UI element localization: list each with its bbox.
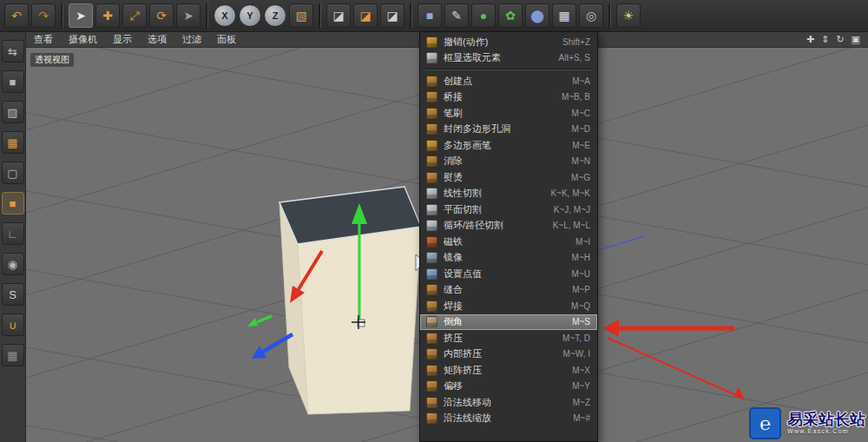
menu-item-close-polygon-hole[interactable]: 封闭多边形孔洞M~D <box>420 122 597 138</box>
bridge-icon <box>426 91 437 102</box>
menu-item-dissolve[interactable]: 消除M~N <box>420 154 597 170</box>
render-to-picture-viewer-icon[interactable]: ◪ <box>353 3 378 28</box>
texture-mode-icon[interactable]: ▨ <box>2 101 24 123</box>
left-tool-sidebar: ⇆■▨▦▢■∟◉S∪▦ <box>0 32 26 442</box>
scale-icon[interactable]: ⤢ <box>122 3 147 28</box>
menu-item-magnet[interactable]: 磁铁M~I <box>420 234 597 250</box>
menu-item-loop-path-cut[interactable]: 循环/路径切割K~L, M~L <box>420 218 597 234</box>
viewport-solo-icon[interactable]: ◉ <box>2 253 24 275</box>
menu-item-label: 熨烫 <box>444 171 565 184</box>
menu-item-frame-selected-elements[interactable]: 框显选取元素Alt+S, S <box>420 50 597 67</box>
lock-y-axis-icon[interactable]: Y <box>239 4 261 27</box>
viewport-menu-item[interactable]: 选项 <box>140 33 174 46</box>
magnet-snap-icon[interactable]: ∪ <box>2 313 24 336</box>
menu-item-shortcut: M~H <box>572 253 590 262</box>
menu-item-shortcut: M~Z <box>573 398 590 407</box>
viewport-menu-item[interactable]: 过滤 <box>174 33 209 46</box>
menu-item-bevel[interactable]: 倒角M~S <box>420 314 597 331</box>
pan-view-icon[interactable]: ✚ <box>806 34 814 45</box>
viewport-menu-item[interactable]: 面板 <box>209 33 244 46</box>
menu-item-matrix-extrude[interactable]: 矩阵挤压M~X <box>420 362 597 379</box>
points-mode-icon[interactable]: ▢ <box>2 162 24 184</box>
make-editable-icon[interactable]: ⇆ <box>2 40 24 63</box>
lock-z-axis-icon[interactable]: Z <box>264 4 286 27</box>
extrude-inner-icon <box>426 348 437 360</box>
menu-item-bridge[interactable]: 桥接M~B, B <box>420 89 597 106</box>
menu-item-create-point[interactable]: 创建点M~A <box>420 73 597 89</box>
menu-item-label: 镜像 <box>444 251 566 264</box>
menu-item-shortcut: M~Q <box>571 301 590 311</box>
last-used-tool-icon[interactable]: ➤ <box>176 3 201 28</box>
plane-cut-icon <box>426 204 437 215</box>
light-icon[interactable]: ☀ <box>616 3 641 28</box>
menu-item-normal-move[interactable]: 沿法线移动M~Z <box>420 394 597 411</box>
snap-key-icon[interactable]: S <box>2 283 24 306</box>
menu-item-set-point-value[interactable]: 设置点值M~U <box>420 266 597 282</box>
polygons-mode-icon[interactable]: ■ <box>2 192 24 214</box>
rotate-view-icon[interactable]: ↻ <box>836 34 844 45</box>
model-mode-icon[interactable]: ■ <box>2 70 24 93</box>
deformer-icon[interactable]: ⬤ <box>525 3 549 28</box>
watermark: ℮ 易采站长站 Www.Easck.Com <box>749 407 865 439</box>
menu-item-shortcut: M~# <box>573 413 590 423</box>
menu-item-shortcut: M~A <box>572 76 590 86</box>
add-cube-icon[interactable]: ■ <box>418 3 442 28</box>
watermark-subtitle: Www.Easck.Com <box>787 428 865 434</box>
render-view-icon[interactable]: ◪ <box>326 3 351 28</box>
cube-object[interactable] <box>279 187 421 414</box>
undo-icon[interactable]: ↶ <box>4 3 29 28</box>
menu-item-mirror[interactable]: 镜像M~H <box>420 250 597 267</box>
render-settings-icon[interactable]: ◪ <box>380 3 404 28</box>
menu-item-label: 缝合 <box>444 283 566 296</box>
menu-item-undo-action[interactable]: 撤销(动作)Shift+Z <box>420 34 597 50</box>
menu-item-line-cut[interactable]: 线性切割K~K, M~K <box>420 186 597 202</box>
polygon-pen-icon <box>426 140 437 151</box>
workplane-mode-icon[interactable]: ▦ <box>2 131 24 154</box>
array-icon[interactable]: ▦ <box>552 3 576 28</box>
menu-item-label: 沿法线移动 <box>444 396 567 409</box>
lock-x-axis-icon[interactable]: X <box>214 4 236 27</box>
menu-item-shortcut: M~T, D <box>562 333 590 343</box>
menu-item-brush[interactable]: 笔刷M~C <box>420 105 597 122</box>
viewport-menu-item[interactable]: 显示 <box>105 33 140 46</box>
menu-item-shortcut: M~G <box>571 173 590 182</box>
axis-mode-icon[interactable]: ∟ <box>2 222 24 245</box>
live-selection-icon[interactable]: ➤ <box>69 3 93 28</box>
toggle-view-icon[interactable]: ▣ <box>852 34 860 45</box>
subdivision-surface-icon[interactable]: ● <box>471 3 496 28</box>
viewport-menu-item[interactable]: 查看 <box>26 33 61 46</box>
menu-item-stitch-and-sew[interactable]: 缝合M~P <box>420 282 597 299</box>
redo-icon[interactable]: ↷ <box>31 3 56 28</box>
set-point-value-icon <box>426 268 437 280</box>
generator-icon[interactable]: ✿ <box>498 3 523 28</box>
workplane-grid-icon[interactable]: ▦ <box>2 344 24 366</box>
camera-icon[interactable]: ◎ <box>579 3 603 28</box>
coordinate-system-icon[interactable]: ▧ <box>289 3 313 28</box>
menu-item-shortcut: M~P <box>572 285 590 294</box>
viewport-menu-item[interactable]: 摄像机 <box>61 33 105 46</box>
menu-item-label: 框显选取元素 <box>444 51 553 64</box>
menu-item-iron[interactable]: 熨烫M~G <box>420 169 597 186</box>
menu-item-smooth-shift[interactable]: 偏移M~Y <box>420 379 597 395</box>
menu-item-polygon-pen[interactable]: 多边形画笔M~E <box>420 137 597 154</box>
toolbar-separator <box>206 3 208 28</box>
menu-item-label: 设置点值 <box>444 267 566 280</box>
menu-item-label: 笔刷 <box>444 107 566 120</box>
matrix-extrude-icon <box>426 365 437 376</box>
menu-item-label: 循环/路径切割 <box>444 219 547 232</box>
menu-item-label: 挤压 <box>444 332 556 345</box>
menu-item-weld[interactable]: 焊接M~Q <box>420 298 597 314</box>
move-icon[interactable]: ✚ <box>95 3 120 28</box>
pen-icon[interactable]: ✎ <box>444 3 469 28</box>
zoom-view-icon[interactable]: ⇕ <box>821 34 829 45</box>
menu-item-shortcut: K~K, M~K <box>550 188 590 198</box>
menu-item-shortcut: Shift+Z <box>562 37 590 47</box>
menu-item-label: 封闭多边形孔洞 <box>444 122 566 135</box>
menu-item-plane-cut[interactable]: 平面切割K~J, M~J <box>420 201 597 218</box>
menu-item-shortcut: K~L, M~L <box>553 221 590 230</box>
menu-item-extrude[interactable]: 挤压M~T, D <box>420 330 597 346</box>
rotate-icon[interactable]: ⟳ <box>149 3 174 28</box>
menu-item-extrude-inner[interactable]: 内部挤压M~W, I <box>420 346 597 363</box>
menu-item-normal-scale[interactable]: 沿法线缩放M~# <box>420 411 597 427</box>
menu-item-label: 矩阵挤压 <box>444 364 566 377</box>
